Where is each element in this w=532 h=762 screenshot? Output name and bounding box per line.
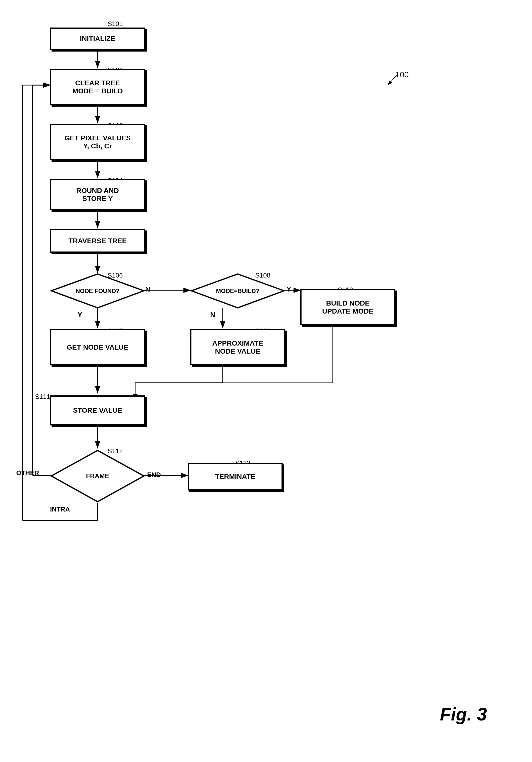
- box-build-node: BUILD NODE UPDATE MODE: [300, 289, 395, 325]
- figure-label: Fig. 3: [440, 704, 487, 724]
- label-frame-intra: INTRA: [50, 505, 70, 513]
- ref-100-arrow: [383, 70, 408, 90]
- label-frame-other: OTHER: [16, 469, 39, 477]
- label-s106-yes: Y: [78, 311, 82, 319]
- box-terminate: TERMINATE: [188, 463, 283, 491]
- box-get-node: GET NODE VALUE: [50, 329, 145, 365]
- label-s111: S111: [35, 393, 50, 401]
- box-get-pixel: GET PIXEL VALUES Y, Cb, Cr: [50, 124, 145, 160]
- box-round-store: ROUND AND STORE Y: [50, 179, 145, 210]
- label-s108-no: N: [210, 311, 215, 319]
- label-s101: S101: [108, 20, 123, 28]
- diamond-node-found: NODE FOUND?: [50, 273, 145, 309]
- diagram-container: S101 INITIALIZE S102 CLEAR TREE MODE = B…: [0, 0, 532, 762]
- label-s108-yes: Y: [286, 285, 291, 293]
- box-initialize: INITIALIZE: [50, 28, 145, 50]
- diamond-mode-build: MODE=BUILD?: [190, 273, 285, 309]
- box-clear-tree: CLEAR TREE MODE = BUILD: [50, 69, 145, 105]
- label-s106-no: N: [145, 285, 150, 293]
- box-store-value: STORE VALUE: [50, 395, 145, 425]
- flowchart-arrows: [0, 0, 532, 762]
- box-traverse: TRAVERSE TREE: [50, 229, 145, 253]
- box-approx-node: APPROXIMATE NODE VALUE: [190, 329, 285, 365]
- svg-line-28: [388, 75, 397, 85]
- diamond-frame: FRAME: [50, 449, 145, 503]
- label-frame-end: END: [147, 471, 161, 479]
